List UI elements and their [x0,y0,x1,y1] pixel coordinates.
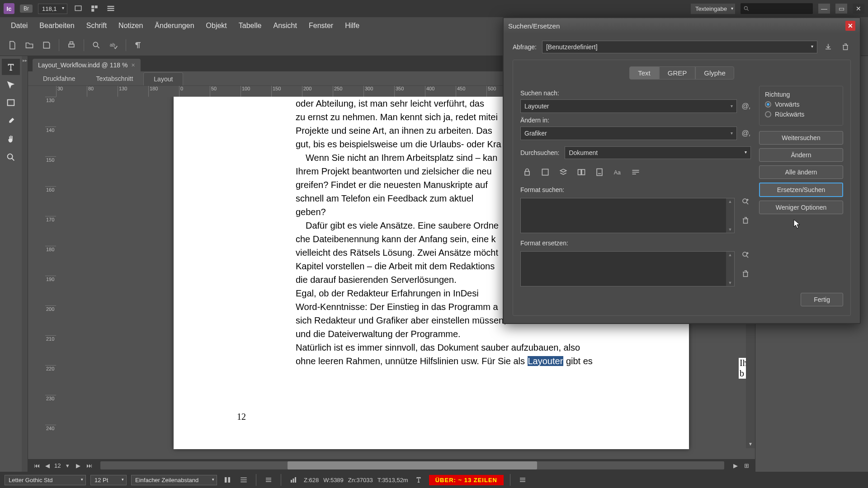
zoom-tool[interactable] [2,149,20,165]
depth-icon[interactable] [413,474,425,486]
find-icon[interactable] [90,38,103,52]
svg-rect-20 [8,100,14,106]
svg-rect-1 [91,5,94,8]
note-tool[interactable] [2,95,20,111]
workspace-selector[interactable]: Texteingabe [691,4,735,14]
menu-notizen[interactable]: Notizen [113,19,148,33]
bridge-button[interactable]: Br [20,5,33,13]
menu-aenderungen[interactable]: Änderungen [149,19,199,33]
menu-fenster[interactable]: Fenster [303,19,339,33]
nav-dropdown-icon[interactable]: ▾ [63,461,71,469]
menu-tabelle[interactable]: Tabelle [233,19,267,33]
change-label: Ändern in: [520,117,751,124]
first-page-icon[interactable]: ⏮ [33,461,41,469]
position-tool[interactable] [2,77,20,93]
query-select[interactable]: [Benutzerdefiniert] [542,41,817,53]
view-tab-druckfahne[interactable]: Druckfahne [33,72,86,85]
mode-tab-grep[interactable]: GREP [659,66,696,80]
find-special-char-icon[interactable]: @, [741,102,751,110]
format-find-box[interactable]: ▲▼ [520,198,735,233]
view-tab-textabschnitt[interactable]: Textabschnitt [86,72,144,85]
align-icon[interactable] [238,474,250,486]
change-all-button[interactable]: Alle ändern [759,165,843,179]
w-count: W:5389 [323,477,344,483]
svg-point-48 [743,199,747,203]
menu-schrift[interactable]: Schrift [81,19,112,33]
change-special-char-icon[interactable]: @, [741,129,751,137]
new-icon[interactable] [5,38,19,52]
format-find-specify-icon[interactable] [740,196,751,207]
mode-tab-text[interactable]: Text [629,66,659,80]
format-change-clear-icon[interactable] [740,268,751,279]
locked-stories-icon[interactable] [538,165,552,179]
status-menu-icon[interactable] [517,474,528,486]
screen-mode-icon[interactable] [73,3,84,14]
hidden-layers-icon[interactable] [557,165,570,179]
locked-layers-icon[interactable] [520,165,534,179]
arrange-icon[interactable] [89,3,100,14]
menu-icon[interactable] [263,474,274,486]
paragraph-icon[interactable] [132,38,145,52]
print-icon[interactable] [65,38,78,52]
open-icon[interactable] [23,38,36,52]
type-tool[interactable] [2,59,20,75]
last-page-icon[interactable]: ⏭ [85,461,93,469]
next-page-icon[interactable]: ▶ [74,461,82,469]
hsb-right-icon[interactable]: ▶ [731,461,740,469]
save-query-icon[interactable] [823,42,834,52]
menu-datei[interactable]: Datei [5,19,33,33]
fewer-options-button[interactable]: Weniger Optionen [759,201,843,214]
find-next-button[interactable]: Weitersuchen [759,131,843,145]
format-find-label: Format suchen: [520,186,751,193]
close-tab-icon[interactable]: × [131,61,135,69]
horizontal-scrollbar[interactable] [100,461,724,469]
dialog-title-bar[interactable]: Suchen/Ersetzen ✕ [504,18,860,33]
font-size-select[interactable]: 12 Pt [90,475,127,485]
maximize-button[interactable]: ▭ [835,4,847,14]
save-icon[interactable] [40,38,53,52]
prev-page-icon[interactable]: ◀ [43,461,52,469]
spellcheck-icon[interactable]: ab [107,38,120,52]
mode-tab-glyphe[interactable]: Glyphe [695,66,734,80]
help-search[interactable] [741,3,813,14]
zoom-dropdown[interactable]: 118,1 [38,4,67,14]
dialog-title: Suchen/Ersetzen [508,22,560,30]
search-scope-select[interactable]: Dokument [565,146,751,159]
direction-backward[interactable]: Rückwärts [765,111,837,118]
case-sensitive-icon[interactable]: Aa [611,165,624,179]
format-change-specify-icon[interactable] [740,249,751,260]
master-pages-icon[interactable] [575,165,588,179]
stats-icon[interactable] [288,474,299,486]
menu-objekt[interactable]: Objekt [201,19,232,33]
format-change-box[interactable]: ▲▼ [520,251,735,286]
document-tab[interactable]: Layout_Workflow.indd @ 118 % × [33,59,141,71]
menu-hilfe[interactable]: Hilfe [340,19,365,33]
footnotes-icon[interactable] [593,165,606,179]
minimize-button[interactable]: — [818,4,830,14]
delete-query-icon[interactable] [840,42,851,52]
find-input[interactable]: Layouter [520,99,737,113]
font-family-select[interactable]: Letter Gothic Std [5,475,86,485]
menu-bearbeiten[interactable]: Bearbeiten [34,19,80,33]
menu-ansicht[interactable]: Ansicht [268,19,302,33]
change-input[interactable]: Grafiker [520,127,737,140]
done-button[interactable]: Fertig [801,293,843,306]
direction-forward[interactable]: Vorwärts [765,101,837,108]
page-nav-value: 12 [54,462,61,469]
eyedropper-tool[interactable] [2,113,20,129]
hand-tool[interactable] [2,131,20,147]
whole-word-icon[interactable] [629,165,642,179]
format-change-label: Format ersetzen: [520,239,751,247]
close-app-button[interactable]: ✕ [853,4,864,14]
format-find-clear-icon[interactable] [740,215,751,226]
columns-icon[interactable] [222,474,233,486]
view-options-icon[interactable] [105,3,116,14]
dialog-close-button[interactable]: ✕ [845,21,855,31]
panel-expand[interactable]: ▸▸ [22,56,28,472]
view-tab-layout[interactable]: Layout [143,72,183,85]
change-find-button[interactable]: Ersetzen/Suchen [759,183,843,197]
leading-select[interactable]: Einfacher Zeilenabstand [131,475,217,485]
change-button[interactable]: Ändern [759,148,843,162]
split-view-icon[interactable]: ⊞ [742,461,750,469]
t-value: T:3513,52m [377,477,408,483]
